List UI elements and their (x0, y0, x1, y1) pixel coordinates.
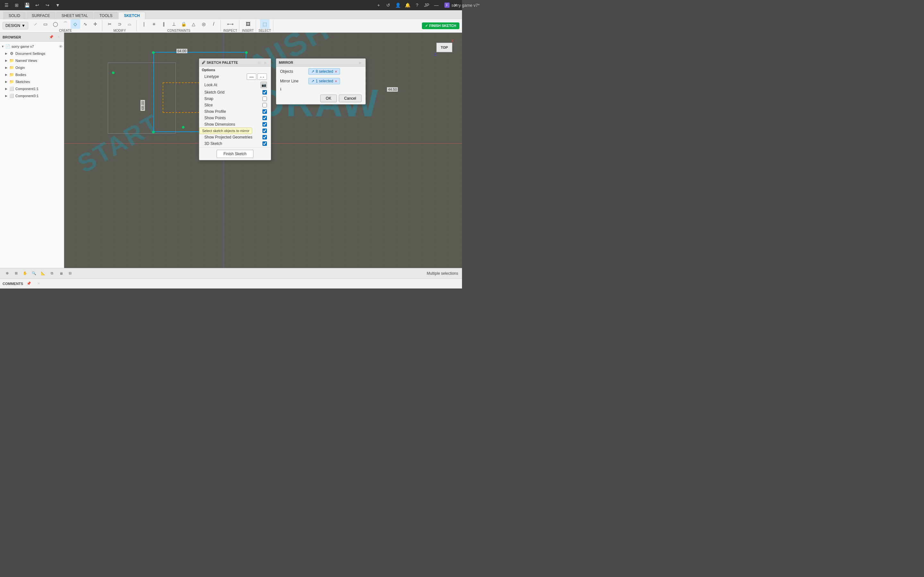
circle-c-button[interactable]: ◎ (199, 19, 208, 29)
history-button[interactable]: ▼ (54, 1, 61, 9)
mirror-cancel-button[interactable]: Cancel (339, 95, 362, 102)
tree-item-component3[interactable]: ▶ ⬜ Component3:1 (0, 92, 64, 99)
notification-button[interactable]: 🔔 (404, 1, 411, 9)
redo-button[interactable]: ↪ (44, 1, 51, 9)
tree-item-component1[interactable]: ▶ ⬜ Component1:1 (0, 85, 64, 92)
tree-item-sketches[interactable]: ▶ 📁 Sketches (0, 78, 64, 85)
finish-sketch-main-button[interactable]: ✓ FINISH SKETCH (422, 23, 459, 29)
mirror-header[interactable]: MIRROR ▶ (276, 59, 365, 67)
folder-icon-origin: 📁 (9, 65, 14, 70)
line-tool-button[interactable]: ⟋ (31, 19, 40, 29)
spline-tool-button[interactable]: ∿ (81, 19, 90, 29)
status-zoom-button[interactable]: 🔍 (31, 270, 37, 277)
tab-sketch[interactable]: SKETCH (118, 12, 145, 19)
perp-button[interactable]: ⊥ (169, 19, 179, 29)
browser-close-button[interactable]: ✕ (55, 34, 61, 40)
showconstraints-checkbox[interactable] (262, 129, 267, 133)
status-grid-button[interactable]: ⊞ (13, 270, 19, 277)
visibility-icon[interactable]: 👁 (59, 45, 63, 48)
showdimensions-checkbox[interactable] (262, 122, 267, 127)
tree-arrow-origin[interactable]: ▶ (5, 66, 9, 69)
tree-arrow-component1[interactable]: ▶ (5, 87, 9, 90)
fillet-button[interactable]: ⌓ (125, 19, 134, 29)
mirror-objects-clear-button[interactable]: ✕ (334, 70, 337, 73)
sketch-palette-header[interactable]: 🖊 SKETCH PALETTE ⊞ ▶ (199, 59, 271, 67)
triangle-button[interactable]: △ (189, 19, 199, 29)
parallel-button[interactable]: ∥ (159, 19, 169, 29)
showprojected-checkbox[interactable] (262, 135, 267, 139)
coincident-button[interactable]: | (139, 19, 149, 29)
nav-cube[interactable]: X TOP Z (433, 39, 456, 65)
move-tool-button[interactable]: ✛ (90, 19, 100, 29)
slice-checkbox[interactable] (262, 103, 267, 107)
grid-button[interactable]: ⊞ (13, 1, 21, 9)
lookat-button[interactable]: 📷 (260, 82, 267, 88)
rect-tool-button[interactable]: ▭ (41, 19, 50, 29)
add-tab-button[interactable]: + (375, 1, 383, 9)
undo-button[interactable]: ↩ (33, 1, 41, 9)
polygon-tool-button[interactable]: ◇ (71, 19, 80, 29)
finish-sketch-palette-button[interactable]: Finish Sketch (216, 150, 253, 158)
browser-pin-button[interactable]: 📌 (48, 34, 54, 40)
linetype-solid-button[interactable]: — (247, 73, 256, 80)
showpoints-checkbox[interactable] (262, 116, 267, 120)
lock-button[interactable]: 🔒 (179, 19, 189, 29)
palette-expand-button[interactable]: ⊞ (257, 60, 262, 65)
viewport[interactable]: FINISH START DRAW 64.00 44.50 68.00 X TO… (64, 33, 462, 268)
tree-arrow-doc-settings[interactable]: ▶ (5, 52, 9, 55)
help-button[interactable]: ? (413, 1, 421, 9)
linetype-dashed-button[interactable]: - - (257, 73, 267, 80)
tree-arrow-bodies[interactable]: ▶ (5, 73, 9, 76)
tree-arrow-named-views[interactable]: ▶ (5, 59, 9, 62)
modify-label: MODIFY (113, 29, 126, 32)
tab-solid[interactable]: SOLID (3, 12, 26, 19)
showprofile-checkbox[interactable] (262, 109, 267, 114)
tree-label-bodies: Bodies (15, 73, 63, 77)
app-menu-button[interactable]: ☰ (3, 1, 10, 9)
status-select-button[interactable]: ⊕ (4, 270, 10, 277)
showconstraints-label: Show Constraints (204, 129, 234, 133)
circle-tool-button[interactable]: ◯ (51, 19, 60, 29)
status-layers-button[interactable]: ⧉ (49, 270, 55, 277)
tab-sheet-metal[interactable]: SHEET METAL (56, 12, 94, 19)
select-label: SELECT (258, 29, 271, 32)
status-hand-button[interactable]: ✋ (22, 270, 28, 277)
tree-arrow-component3[interactable]: ▶ (5, 94, 9, 97)
sync-button[interactable]: ↺ (384, 1, 392, 9)
dimension-button[interactable]: ⟷ (226, 19, 235, 29)
tree-arrow-root[interactable]: ▼ (1, 45, 5, 48)
arc-tool-button[interactable]: ⌒ (61, 19, 70, 29)
mirror-expand-button[interactable]: ▶ (358, 60, 363, 65)
trim-button[interactable]: ✂ (105, 19, 115, 29)
cube-top-face[interactable]: TOP (436, 43, 452, 52)
mirror-line-clear-button[interactable]: ✕ (334, 79, 337, 83)
snap-checkbox[interactable] (262, 97, 267, 101)
profile-button[interactable]: JP (423, 1, 431, 9)
tab-tools[interactable]: TOOLS (94, 12, 118, 19)
save-button[interactable]: 💾 (23, 1, 31, 9)
tree-item-origin[interactable]: ▶ 📁 Origin (0, 64, 64, 71)
minimize-button[interactable]: — (433, 1, 440, 9)
collinear-button[interactable]: ≡ (149, 19, 159, 29)
status-display-button[interactable]: 🖥 (58, 270, 64, 277)
comments-pin-button[interactable]: 📌 (25, 280, 33, 287)
comments-close-button[interactable]: ✕ (35, 280, 42, 287)
palette-close-button[interactable]: ▶ (263, 60, 268, 65)
tree-item-bodies[interactable]: ▶ 📁 Bodies (0, 71, 64, 78)
sketchgrid-checkbox[interactable] (262, 90, 267, 95)
status-grid2-button[interactable]: ⊟ (67, 270, 73, 277)
tree-item-named-views[interactable]: ▶ 📁 Named Views (0, 57, 64, 64)
design-dropdown[interactable]: DESIGN ▼ (3, 22, 28, 29)
extend-button[interactable]: ⊃ (115, 19, 124, 29)
3dsketch-checkbox[interactable] (262, 141, 267, 146)
tree-item-root[interactable]: ▼ 📄 sorry game v7 👁 (0, 43, 64, 50)
tab-surface[interactable]: SURFACE (26, 12, 55, 19)
select-button[interactable]: ⬚ (260, 19, 270, 29)
mirror-ok-button[interactable]: OK (320, 95, 336, 102)
tree-item-doc-settings[interactable]: ▶ ⚙ Document Settings (0, 50, 64, 57)
tangent-button[interactable]: / (209, 19, 218, 29)
tree-arrow-sketches[interactable]: ▶ (5, 80, 9, 83)
user-button[interactable]: 👤 (394, 1, 402, 9)
status-measure-button[interactable]: 📐 (40, 270, 46, 277)
insert-image-button[interactable]: 🖼 (243, 19, 253, 29)
